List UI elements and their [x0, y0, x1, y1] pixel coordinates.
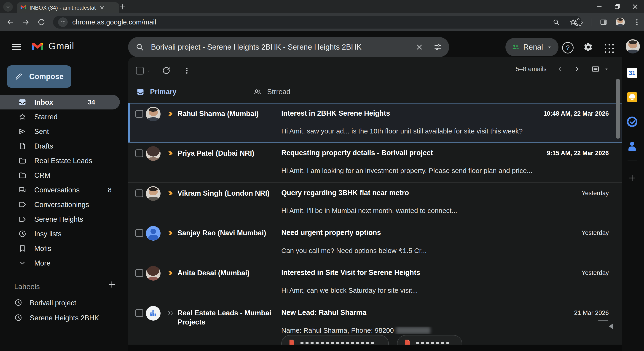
select-dropdown-icon[interactable] [146, 68, 152, 74]
search-input[interactable]: Borivali project - Serene Heights 2BHK -… [151, 43, 405, 51]
email-snippet: Hi Amit, I'll be in Mumbai next month, w… [281, 207, 554, 215]
side-panel-icon[interactable] [600, 18, 608, 26]
address-bar[interactable]: chrome.as.google.com/mail [53, 16, 582, 28]
email-sender: Rahul Sharma (Mumbai) [178, 109, 278, 118]
sidebar-item-real-estate-leads[interactable]: Real Estate Leads [0, 153, 128, 168]
sender-avatar[interactable] [146, 146, 160, 161]
email-row[interactable]: Anita Desai (Mumbai)Interested in Site V… [128, 262, 622, 302]
sidebar-item-conversations[interactable]: Conversations8 [0, 183, 128, 197]
email-checkbox[interactable] [136, 149, 143, 157]
mail-search-bar[interactable]: Borivali project - Serene Heights 2BHK -… [128, 37, 449, 57]
restore-button[interactable] [608, 0, 626, 13]
sidebar-item-insy-lists[interactable]: Insy lists [0, 226, 128, 241]
search-page-icon[interactable] [552, 18, 560, 26]
sidebar-item-mofis[interactable]: Mofis [0, 241, 128, 256]
sidebar-item-drafts[interactable]: Drafts [0, 139, 128, 153]
minimize-button[interactable] [590, 0, 608, 13]
sidebar-item-label: CRM [34, 171, 50, 180]
settings-gear-icon[interactable] [583, 42, 593, 52]
toolbar-right-cluster [575, 13, 641, 31]
email-checkbox[interactable] [136, 189, 143, 197]
browser-menu-icon[interactable] [633, 18, 641, 26]
email-checkbox[interactable] [136, 309, 143, 317]
sidebar-item-serene-heights[interactable]: Serene Heights [0, 212, 128, 226]
close-window-button[interactable] [626, 0, 644, 13]
forward-icon[interactable] [22, 18, 30, 26]
compose-button[interactable]: Compose [7, 65, 71, 88]
more-options-icon[interactable] [182, 66, 191, 75]
email-date: Yesterday [582, 229, 609, 237]
new-tab-button[interactable] [119, 3, 126, 10]
importance-marker-icon[interactable] [167, 230, 174, 237]
email-snippet-text: Can you call me? Need options below ₹1.5… [281, 247, 427, 254]
url-text[interactable]: chrome.as.google.com/mail [72, 18, 543, 26]
sidebar-item-starred[interactable]: Starred [0, 109, 128, 124]
sidebar-item-conversationings[interactable]: Conversationings [0, 197, 128, 212]
email-row[interactable]: Rahul Sharma (Mumbai)Interest in 2BHK Se… [128, 103, 622, 143]
sidebar-item-sent[interactable]: Sent [0, 124, 128, 139]
email-checkbox[interactable] [136, 229, 143, 237]
sidebar-item-label: Serene Heights [34, 215, 83, 224]
tab-primary[interactable]: Primary [136, 81, 176, 103]
back-icon[interactable] [6, 18, 14, 26]
tasks-icon[interactable] [627, 117, 637, 127]
sender-avatar[interactable] [146, 107, 160, 121]
reload-icon[interactable] [38, 18, 45, 26]
importance-marker-icon[interactable] [167, 190, 174, 197]
select-all-checkbox[interactable] [136, 67, 144, 74]
newer-page-icon[interactable] [557, 66, 564, 72]
sidebar-labels: Borivali projectSerene Heights 2BHK [0, 295, 128, 326]
search-options-icon[interactable] [434, 43, 442, 51]
email-row[interactable]: Priya Patel (Dubai NRI)Requesting proper… [128, 143, 622, 183]
calendar-icon[interactable]: 31 [627, 68, 637, 78]
sender-avatar[interactable] [146, 266, 160, 281]
tab-strread[interactable]: Strread [254, 81, 290, 103]
label-item-borivali-project[interactable]: Borivali project [0, 295, 128, 310]
keep-icon[interactable] [627, 92, 637, 102]
tab-search-button[interactable] [3, 2, 13, 12]
unread-count-badge: 34 [88, 98, 95, 106]
email-checkbox[interactable] [136, 110, 143, 118]
reading-pane-toggle[interactable] [590, 65, 609, 73]
google-apps-icon[interactable] [605, 44, 614, 53]
main-menu-icon[interactable] [10, 41, 22, 53]
email-row[interactable]: Sanjay Rao (Navi Mumbai)Need urgent prop… [128, 222, 622, 262]
search-icon[interactable] [136, 43, 144, 51]
browser-tab-active[interactable]: INBOX (34) - amit.realestate.lea [17, 2, 119, 13]
gmail-logo[interactable]: Gmail [31, 41, 74, 52]
email-checkbox[interactable] [136, 269, 143, 277]
email-row[interactable]: Vikram Singh (London NRI)Query regarding… [128, 183, 622, 222]
importance-marker-icon[interactable] [167, 310, 174, 317]
importance-marker-icon[interactable] [167, 270, 174, 277]
sidebar-item-more[interactable]: More [0, 256, 128, 270]
tab-close-icon[interactable] [99, 5, 105, 10]
refresh-icon[interactable] [162, 66, 170, 75]
clear-search-icon[interactable] [415, 43, 424, 51]
extensions-icon[interactable] [575, 18, 583, 26]
pane-resize-handle[interactable] [598, 320, 608, 321]
browser-profile-avatar[interactable] [616, 17, 625, 27]
label-item-serene-heights-2bhk[interactable]: Serene Heights 2BHK [0, 310, 128, 326]
contacts-icon[interactable] [627, 141, 637, 152]
sender-avatar[interactable] [146, 226, 160, 241]
account-avatar[interactable] [626, 39, 640, 53]
importance-marker-icon[interactable] [167, 150, 174, 157]
create-label-icon[interactable] [108, 280, 116, 289]
workspace-selector[interactable]: Renal [506, 38, 558, 56]
site-info-icon[interactable] [58, 17, 68, 27]
email-date: 21 Mar 2026 [574, 310, 609, 317]
help-button[interactable]: ? [562, 42, 574, 53]
sender-building-avatar[interactable] [146, 306, 160, 321]
importance-marker-icon[interactable] [167, 110, 174, 117]
older-page-icon[interactable] [574, 66, 580, 72]
sidebar-item-label: Real Estate Leads [34, 157, 92, 165]
email-row[interactable]: Real Estate Leads - Mumbai ProjectsNew L… [128, 302, 622, 351]
list-scrollbar[interactable] [616, 79, 620, 139]
sidebar-item-crm[interactable]: CRM [0, 168, 128, 183]
sidebar-item-inbox[interactable]: Inbox34 [0, 95, 120, 109]
sender-avatar[interactable] [146, 186, 160, 201]
get-addons-icon[interactable] [628, 174, 636, 182]
chevron-left-icon[interactable] [609, 324, 613, 329]
sidebar-item-label: Mofis [34, 245, 51, 253]
email-snippet-text: Hi Amit, can we block Saturday for site … [281, 287, 418, 294]
